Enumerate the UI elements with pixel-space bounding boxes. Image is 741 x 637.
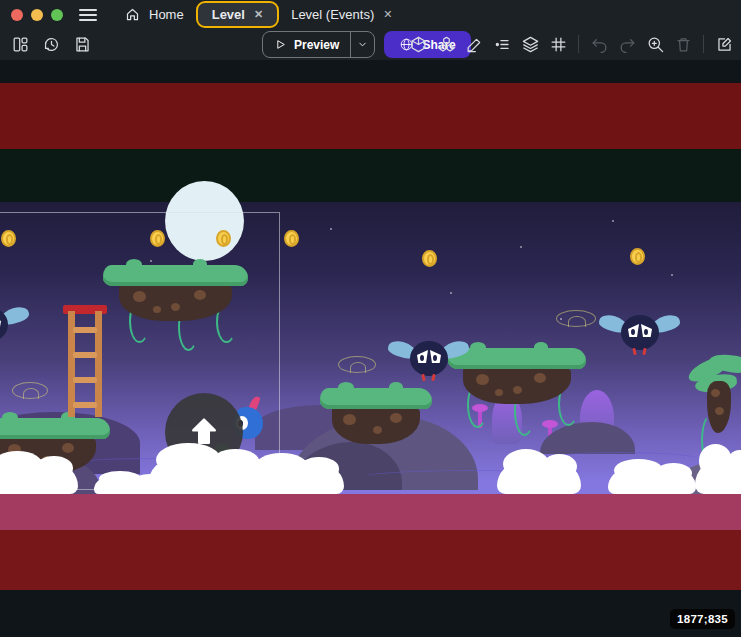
close-tab-icon[interactable]: ✕: [254, 9, 263, 20]
preview-label: Preview: [294, 38, 339, 52]
star: [520, 246, 522, 248]
sketch-outline-object[interactable]: [556, 310, 596, 327]
tab-label: Level (Events): [291, 7, 374, 22]
floating-platform-object[interactable]: [320, 388, 432, 448]
zoom-in-icon[interactable]: [643, 32, 667, 56]
traffic-lights: [11, 9, 63, 21]
home-icon: [125, 7, 140, 22]
save-icon[interactable]: [70, 32, 94, 56]
cloud: [0, 464, 78, 494]
toolbar-separator: [703, 35, 704, 53]
maximize-window-button[interactable]: [51, 9, 63, 21]
app-window: Home Level ✕ Level (Events) ✕: [0, 0, 741, 637]
cursor-coordinates-badge: 1877;835: [670, 609, 735, 629]
coin-object[interactable]: [630, 248, 645, 265]
tab-home[interactable]: Home: [111, 0, 198, 29]
scene-editor-canvas[interactable]: 1877;835: [0, 60, 741, 637]
star: [330, 228, 332, 230]
history-icon[interactable]: [39, 32, 63, 56]
tab-label: Level: [212, 7, 245, 22]
edit-properties-icon[interactable]: [712, 32, 736, 56]
enemy-fly-object[interactable]: [621, 315, 659, 350]
coin-object[interactable]: [284, 230, 299, 247]
toolbar-separator: [578, 35, 579, 53]
preview-button-main[interactable]: Preview: [263, 38, 350, 52]
close-tab-icon[interactable]: ✕: [383, 9, 392, 20]
floating-platform-object[interactable]: [448, 348, 586, 436]
cloud: [695, 459, 741, 494]
cloud: [248, 465, 344, 494]
coin-object[interactable]: [422, 250, 437, 267]
cloud: [497, 462, 581, 494]
cloud: [608, 469, 696, 494]
trash-icon[interactable]: [671, 32, 695, 56]
sketch-outline-object[interactable]: [338, 356, 376, 373]
enemy-fly-object[interactable]: [410, 341, 448, 376]
tab-level-events[interactable]: Level (Events) ✕: [277, 0, 406, 29]
cube-3d-icon[interactable]: [406, 32, 430, 56]
toolbar-right-group: [406, 32, 736, 56]
close-window-button[interactable]: [11, 9, 23, 21]
toolbar-left-group: [8, 32, 94, 56]
pencil-icon[interactable]: [462, 32, 486, 56]
preview-button[interactable]: Preview: [262, 31, 375, 58]
editor-background: [0, 590, 741, 637]
toolbar: Preview Share: [0, 29, 741, 60]
undo-icon[interactable]: [587, 32, 611, 56]
chevron-down-icon: [357, 39, 368, 50]
pink-ground-object[interactable]: [0, 494, 741, 530]
hamburger-menu-icon[interactable]: [79, 9, 97, 21]
objects-icon[interactable]: [434, 32, 458, 56]
red-ground-object-top[interactable]: [0, 83, 741, 149]
minimize-window-button[interactable]: [31, 9, 43, 21]
grid-icon[interactable]: [546, 32, 570, 56]
dark-band: [0, 149, 741, 202]
redo-icon[interactable]: [615, 32, 639, 56]
red-ground-object-bottom[interactable]: [0, 530, 741, 590]
play-icon: [274, 38, 287, 51]
tab-level[interactable]: Level ✕: [198, 3, 277, 26]
star: [612, 220, 614, 222]
tab-label: Home: [149, 7, 184, 22]
tab-bar: Home Level ✕ Level (Events) ✕: [111, 0, 406, 29]
instances-list-icon[interactable]: [490, 32, 514, 56]
project-manager-icon[interactable]: [8, 32, 32, 56]
star: [450, 292, 452, 294]
layers-icon[interactable]: [518, 32, 542, 56]
star: [671, 274, 673, 276]
titlebar: Home Level ✕ Level (Events) ✕: [0, 0, 741, 29]
preview-dropdown-button[interactable]: [350, 32, 374, 57]
